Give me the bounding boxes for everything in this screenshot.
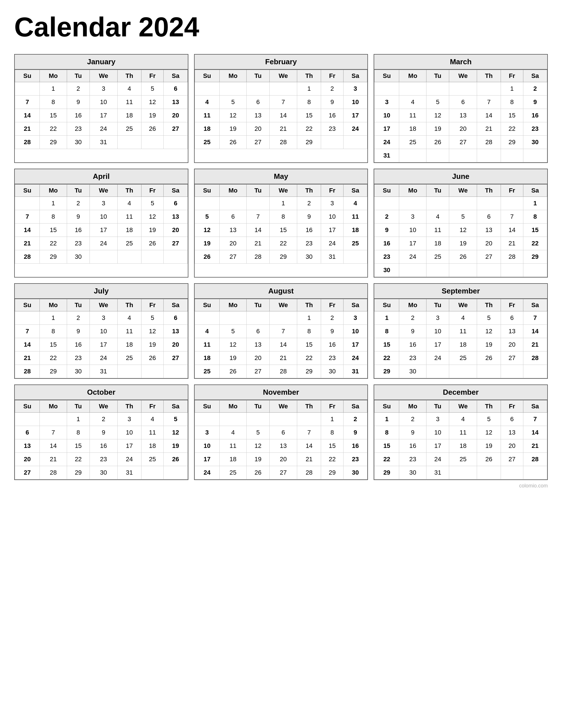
month-title: March — [374, 55, 547, 70]
day-cell: 23 — [399, 453, 426, 466]
day-cell: 26 — [141, 122, 164, 136]
week-row: 78910111213 — [15, 96, 188, 109]
day-header-fr: Fr — [501, 70, 523, 82]
day-cell — [15, 197, 40, 210]
day-header-we: We — [90, 70, 118, 82]
day-cell: 4 — [117, 82, 141, 96]
month-title: December — [374, 385, 547, 400]
day-header-sa: Sa — [164, 400, 188, 413]
day-header-fr: Fr — [501, 400, 523, 413]
day-cell: 3 — [399, 210, 426, 224]
day-cell: 24 — [90, 351, 118, 365]
day-cell: 4 — [117, 197, 141, 210]
day-cell: 19 — [426, 122, 449, 136]
day-cell — [426, 197, 449, 210]
day-cell — [247, 413, 270, 426]
day-cell: 25 — [195, 136, 219, 149]
day-header-su: Su — [195, 70, 219, 82]
day-cell — [270, 82, 297, 96]
day-cell: 4 — [426, 210, 449, 224]
day-cell: 17 — [117, 439, 141, 453]
day-header-fr: Fr — [501, 299, 523, 311]
day-header-th: Th — [117, 185, 141, 197]
week-row: 6789101112 — [15, 426, 188, 439]
day-cell: 24 — [374, 136, 399, 149]
day-cell: 8 — [321, 426, 343, 439]
day-cell: 16 — [90, 439, 118, 453]
day-cell — [270, 311, 297, 325]
day-cell: 18 — [117, 338, 141, 351]
day-cell: 14 — [523, 325, 547, 338]
day-cell: 20 — [219, 237, 247, 250]
day-cell: 31 — [343, 365, 367, 378]
day-cell: 17 — [426, 439, 449, 453]
day-cell: 30 — [374, 264, 399, 277]
day-cell: 18 — [141, 439, 164, 453]
day-cell: 13 — [219, 224, 247, 237]
day-header-mo: Mo — [219, 400, 247, 413]
day-cell — [219, 197, 247, 210]
day-header-mo: Mo — [399, 70, 426, 82]
week-row: 891011121314 — [374, 325, 547, 338]
day-cell — [399, 82, 426, 96]
day-cell: 17 — [426, 338, 449, 351]
day-cell: 4 — [449, 413, 477, 426]
week-row: 28293031 — [15, 136, 188, 149]
day-cell: 8 — [40, 96, 67, 109]
day-cell: 18 — [426, 237, 449, 250]
day-cell — [343, 136, 367, 149]
day-cell — [195, 197, 219, 210]
day-cell: 27 — [164, 122, 188, 136]
day-cell: 8 — [297, 325, 321, 338]
day-cell: 4 — [141, 413, 164, 426]
day-cell: 22 — [374, 453, 399, 466]
day-cell: 29 — [374, 466, 399, 479]
day-cell: 17 — [399, 237, 426, 250]
day-cell: 15 — [40, 109, 67, 122]
day-cell: 23 — [90, 453, 118, 466]
day-header-we: We — [90, 185, 118, 197]
day-header-tu: Tu — [247, 299, 270, 311]
day-cell: 10 — [343, 325, 367, 338]
day-cell: 19 — [449, 237, 477, 250]
month-october: OctoberSuMoTuWeThFrSa1234567891011121314… — [14, 384, 188, 480]
day-cell: 23 — [67, 237, 90, 250]
day-cell — [374, 197, 399, 210]
day-cell: 6 — [164, 197, 188, 210]
day-cell: 1 — [374, 311, 399, 325]
day-cell: 14 — [270, 338, 297, 351]
day-cell — [40, 413, 67, 426]
week-row: 1234567 — [374, 311, 547, 325]
day-header-we: We — [90, 400, 118, 413]
day-cell: 28 — [15, 365, 40, 378]
week-row: 12345 — [15, 413, 188, 426]
day-cell — [501, 149, 523, 162]
day-cell: 7 — [270, 96, 297, 109]
day-cell: 29 — [523, 250, 547, 264]
day-cell — [141, 250, 164, 264]
day-cell: 21 — [270, 351, 297, 365]
day-cell: 3 — [374, 96, 399, 109]
day-cell: 18 — [399, 122, 426, 136]
day-cell — [426, 82, 449, 96]
week-row: 123 — [195, 311, 367, 325]
day-cell: 22 — [297, 351, 321, 365]
month-november: NovemberSuMoTuWeThFrSa123456789101112131… — [194, 384, 368, 480]
day-cell: 23 — [343, 453, 367, 466]
week-row: 21222324252627 — [15, 122, 188, 136]
day-cell — [477, 264, 501, 277]
day-cell: 2 — [321, 311, 343, 325]
day-cell: 13 — [164, 210, 188, 224]
day-cell: 12 — [247, 439, 270, 453]
day-header-sa: Sa — [523, 185, 547, 197]
day-cell: 28 — [270, 365, 297, 378]
day-cell: 5 — [477, 413, 501, 426]
day-cell: 1 — [270, 197, 297, 210]
day-cell: 13 — [164, 96, 188, 109]
day-cell: 7 — [270, 325, 297, 338]
day-header-sa: Sa — [164, 185, 188, 197]
day-cell: 24 — [321, 237, 343, 250]
day-cell: 12 — [449, 224, 477, 237]
week-row: 20212223242526 — [15, 453, 188, 466]
day-header-su: Su — [195, 185, 219, 197]
